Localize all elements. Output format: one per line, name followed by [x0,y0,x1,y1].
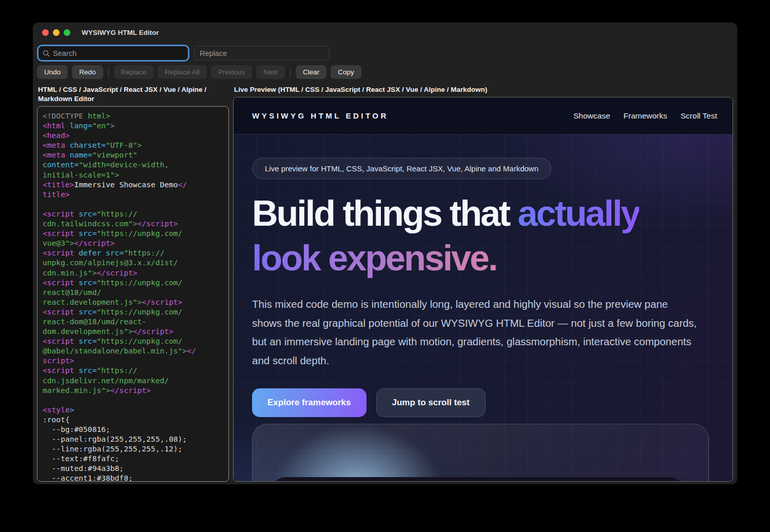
heading-line2: look expensive. [252,238,496,278]
toolbar-button-replace-all: Replace All [158,65,207,79]
code-line: --accent1:#38bdf8; [43,473,223,482]
editor-pane: HTML / CSS / JavaScript / React JSX / Vu… [37,83,229,482]
toolbar-button-redo[interactable]: Redo [72,65,103,79]
search-input[interactable] [53,49,184,57]
toolbar-button-next: Next [256,65,285,79]
code-line: initial-scale=1"> [43,170,223,180]
replace-input[interactable] [194,46,330,61]
toolbar: UndoRedoReplaceReplace AllPreviousNextCl… [33,64,737,83]
preview-nav-link-showcase[interactable]: Showcase [573,111,610,121]
code-line: <head> [43,130,223,140]
code-line: <!DOCTYPE html> [43,111,223,121]
search-field[interactable] [37,45,189,62]
preview-paragraph: This mixed code demo is intentionally lo… [252,295,700,370]
code-editor[interactable]: <!DOCTYPE html><html lang="en"><head><me… [37,106,229,482]
code-line: title> [43,189,223,199]
preview-nav-link-scroll-test[interactable]: Scroll Test [681,111,717,121]
preview-hero: Live preview for HTML, CSS, JavaScript, … [234,134,733,481]
search-icon [43,50,50,57]
preview-pane: Live Preview (HTML / CSS / JavaScript / … [233,83,733,482]
split-panes: HTML / CSS / JavaScript / React JSX / Vu… [33,83,737,484]
live-preview: WYSIWYG HTML EDITOR ShowcaseFrameworksSc… [233,97,733,482]
code-line: --panel:rgba(255,255,255,.08); [43,434,223,444]
code-line: --muted:#94a3b8; [43,463,223,473]
code-line: cdn.tailwindcss.com"></script> [43,219,223,228]
code-line: <script src="https://unpkg.com/ [43,228,223,238]
code-line: react-dom@18/umd/react- [43,317,223,326]
preview-nav-link-frameworks[interactable]: Frameworks [624,111,667,121]
window-title: WYSIWYG HTML Editor [82,29,159,36]
toolbar-separator [290,68,291,77]
code-line: <meta charset="UTF-8"> [43,140,223,150]
code-line: cdn.jsdelivr.net/npm/marked/ [43,376,223,385]
editor-pane-header: HTML / CSS / JavaScript / React JSX / Vu… [37,83,229,106]
app-window: WYSIWYG HTML Editor UndoRedoReplaceRepla… [33,23,737,484]
code-line: marked.min.js"></script> [43,385,223,395]
code-line: cdn.min.js"></script> [43,268,223,278]
card-glow [273,424,442,481]
code-line: <script src="https://unpkg.com/ [43,307,223,317]
code-line: <script src="https://unpkg.com/ [43,336,223,346]
preview-navbar: WYSIWYG HTML EDITOR ShowcaseFrameworksSc… [234,97,733,134]
code-line: script> [43,356,223,365]
toolbar-button-copy[interactable]: Copy [331,65,361,79]
code-line: react@18/umd/ [43,287,223,297]
heading-accent-part: actually [518,193,640,233]
jump-to-scroll-test-button[interactable]: Jump to scroll test [376,388,486,417]
code-line: --text:#f8fafc; [43,454,223,463]
zoom-window-button[interactable] [64,29,70,36]
code-line: --line:rgba(255,255,255,.12); [43,444,223,454]
toolbar-button-undo[interactable]: Undo [37,65,68,79]
toolbar-button-clear[interactable]: Clear [296,65,326,79]
card-inner-panel [272,477,684,481]
preview-badge: Live preview for HTML, CSS, JavaScript, … [252,158,551,179]
toolbar-button-previous: Previous [211,65,253,79]
code-line: <meta name="viewport" [43,150,223,160]
preview-heading: Build things that actuallylook expensive… [252,191,714,281]
preview-brand: WYSIWYG HTML EDITOR [252,111,389,120]
minimize-window-button[interactable] [53,29,60,36]
preview-nav-links: ShowcaseFrameworksScroll Test [573,111,717,121]
code-line: <script src="https://unpkg.com/ [43,278,223,287]
code-line [43,199,223,209]
titlebar: WYSIWYG HTML Editor [33,23,737,42]
code-line: vue@3"></script> [43,238,223,248]
code-line: content="width=device-width, [43,160,223,169]
showcase-card [252,424,709,481]
toolbar-button-replace: Replace [114,65,154,79]
code-line: @babel/standalone/babel.min.js"></ [43,346,223,356]
cta-row: Explore frameworks Jump to scroll test [252,388,714,417]
code-line: :root{ [43,415,223,424]
code-line: <html lang="en"> [43,121,223,130]
find-replace-bar [33,42,737,64]
code-line: <script src="https:// [43,209,223,219]
code-line: unpkg.com/alpinejs@3.x.x/dist/ [43,258,223,267]
code-line: <script src="https:// [43,365,223,375]
code-line: <title>Immersive Showcase Demo</ [43,180,223,189]
preview-pane-header: Live Preview (HTML / CSS / JavaScript / … [233,83,733,97]
code-line: dom.development.js"></script> [43,326,223,336]
code-line [43,395,223,405]
code-line: <style> [43,405,223,415]
code-line: <script defer src="https:// [43,248,223,258]
toolbar-separator [108,68,109,77]
close-window-button[interactable] [42,29,49,36]
heading-white-part: Build things that [252,193,518,233]
code-line: --bg:#050816; [43,424,223,434]
explore-frameworks-button[interactable]: Explore frameworks [252,388,367,417]
code-line: react.development.js"></script> [43,297,223,307]
